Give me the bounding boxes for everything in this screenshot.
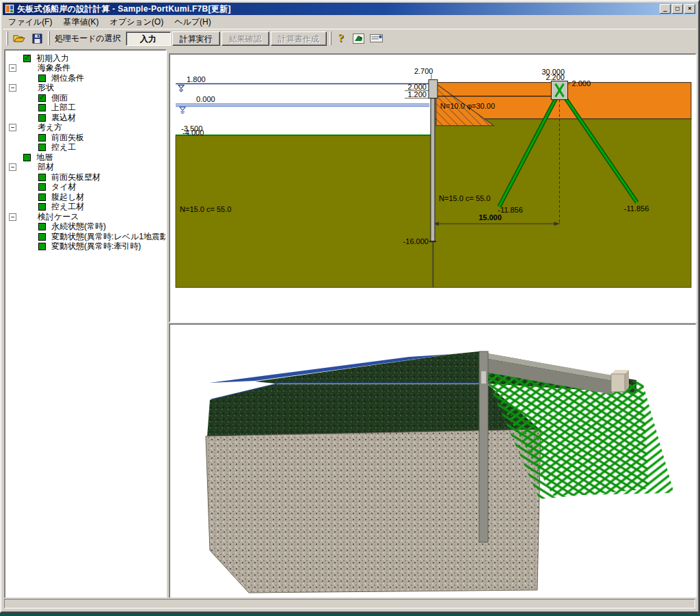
tree-item-front-sheet-pile[interactable]: 前面矢板	[7, 133, 165, 143]
water-level-icon	[178, 85, 184, 92]
app-icon[interactable]	[5, 4, 14, 14]
tree-item-tie-material[interactable]: タイ材	[7, 183, 165, 193]
app-window: 矢板式係船岸の設計計算 - Sample-PortKumi.F7B[更新] _ …	[0, 0, 700, 613]
seabed-surface-top	[255, 351, 487, 384]
input-mode-button[interactable]: 入力	[126, 31, 171, 46]
green-square-icon[interactable]	[38, 104, 46, 111]
green-square-icon[interactable]	[23, 154, 31, 161]
open-folder-icon	[12, 33, 26, 44]
collapse-icon[interactable]: −	[9, 84, 16, 92]
navigation-tree-panel: 初期入力 −海象条件 潮位条件 −形状 側面 上部工 裏込材 −考え方 前面矢板…	[4, 49, 167, 599]
checked-checkbox-icon[interactable]	[23, 55, 31, 62]
tree-item-sea-conditions[interactable]: −海象条件	[7, 64, 165, 74]
soil-block-front	[206, 429, 541, 593]
close-button[interactable]: ×	[684, 4, 695, 14]
tree-item-soil-layers[interactable]: 地層	[7, 152, 165, 163]
green-square-icon[interactable]	[38, 75, 46, 82]
water-level-icon	[180, 107, 185, 113]
statusbar	[3, 598, 697, 610]
label-wall-tip: -16.000	[403, 237, 429, 245]
status-message	[4, 599, 695, 608]
beam-endcap-front	[611, 374, 625, 392]
maximize-button[interactable]: □	[672, 4, 683, 14]
run-calculation-button[interactable]: 計算実行	[172, 31, 220, 46]
help-button[interactable]: ?	[333, 31, 349, 46]
tree-item-front-wall-material[interactable]: 前面矢板壁材	[7, 172, 165, 183]
label-backfill: N=10.0 φ=30.00	[440, 102, 495, 110]
label-anchor-top: 2.000	[572, 79, 591, 88]
navigation-tree: 初期入力 −海象条件 潮位条件 −形状 側面 上部工 裏込材 −考え方 前面矢板…	[5, 51, 165, 252]
label-seabed2: -4.000	[183, 129, 204, 137]
soil-right	[433, 119, 691, 288]
label-soil-left: N=15.0 c= 55.0	[180, 205, 231, 213]
label-anchor-width: 2.200	[546, 73, 565, 81]
floppy-disk-icon	[32, 34, 42, 44]
tree-item-side-view[interactable]: 側面	[7, 93, 165, 103]
menu-file[interactable]: ファイル(F)	[3, 15, 57, 29]
menubar: ファイル(F) 基準値(K) オプション(O) ヘルプ(H)	[3, 16, 697, 28]
report-view-icon	[370, 34, 383, 43]
tree-item-backfill[interactable]: 裏込材	[7, 113, 165, 123]
tree-item-superstructure[interactable]: 上部工	[7, 103, 165, 113]
green-square-icon[interactable]	[38, 134, 46, 142]
view-3d-panel	[169, 323, 697, 600]
toolbar: 処理モードの選択 入力 計算実行 結果確認 計算書作成 ?	[3, 29, 697, 47]
mode-select-label: 処理モードの選択	[51, 33, 125, 44]
label-hwl: 1.800	[187, 75, 206, 83]
green-square-icon[interactable]	[38, 114, 46, 122]
label-tie-length: 15.000	[479, 213, 502, 222]
cross-section-drawing: 1.800 0.000 -3.500 -4.000 N=15.0 c= 55.0…	[170, 55, 695, 321]
open-file-button[interactable]	[11, 31, 27, 46]
label-crown: 2.700	[414, 67, 433, 75]
report-view-button[interactable]	[368, 31, 385, 46]
tree-item-approach[interactable]: −考え方	[7, 123, 165, 133]
check-results-button: 結果確認	[221, 31, 269, 46]
toolbar-gripper[interactable]	[6, 31, 8, 45]
window-title: 矢板式係船岸の設計計算 - Sample-PortKumi.F7B[更新]	[17, 3, 657, 15]
tree-item-anchor-work[interactable]: 控え工	[7, 143, 165, 153]
titlebar[interactable]: 矢板式係船岸の設計計算 - Sample-PortKumi.F7B[更新] _ …	[3, 3, 697, 15]
label-soil-center: N=15.0 c= 55.0	[439, 194, 490, 202]
green-square-icon[interactable]	[38, 193, 46, 201]
label-pile-tip-left: -11.856	[498, 206, 523, 214]
coping-block	[429, 80, 438, 98]
green-square-icon[interactable]	[38, 233, 46, 241]
toolbar-gripper[interactable]	[48, 31, 50, 45]
tree-item-tide-conditions[interactable]: 潮位条件	[7, 73, 165, 83]
checked-checkbox-icon[interactable]	[38, 94, 46, 102]
menu-options[interactable]: オプション(O)	[104, 15, 169, 29]
green-square-icon[interactable]	[38, 183, 46, 191]
label-lwl: 0.000	[196, 95, 215, 103]
view-3d-button[interactable]	[351, 31, 367, 46]
tree-item-shape[interactable]: −形状	[7, 83, 165, 94]
collapse-icon[interactable]: −	[9, 213, 16, 221]
collapse-icon[interactable]: −	[9, 64, 16, 72]
seabed-surface-main	[207, 384, 541, 437]
save-button[interactable]	[29, 31, 45, 46]
green-square-icon[interactable]	[38, 203, 46, 211]
label-coping-bottom: 1.200	[407, 90, 427, 98]
collapse-icon[interactable]: −	[9, 163, 16, 171]
menu-standards[interactable]: 基準値(K)	[57, 15, 104, 29]
menu-help[interactable]: ヘルプ(H)	[169, 15, 217, 29]
green-square-icon[interactable]	[38, 174, 46, 181]
green-square-icon[interactable]	[38, 243, 46, 250]
green-square-icon[interactable]	[38, 223, 46, 230]
model-3d-view	[170, 325, 695, 598]
tree-item-waling-material[interactable]: 腹起し材	[7, 192, 165, 202]
tree-item-anchor-material[interactable]: 控え工材	[7, 202, 165, 213]
green-square-icon[interactable]	[38, 144, 46, 151]
client-area: 初期入力 −海象条件 潮位条件 −形状 側面 上部工 裏込材 −考え方 前面矢板…	[3, 47, 697, 596]
tree-item-variable-state-traction[interactable]: 変動状態(異常時:牽引時)	[7, 242, 165, 252]
view-3d-icon	[353, 34, 364, 44]
sheet-pile-wall	[431, 98, 435, 242]
label-pile-tip-right: -11.856	[624, 204, 649, 213]
desktop: 矢板式係船岸の設計計算 - Sample-PortKumi.F7B[更新] _ …	[0, 0, 700, 616]
create-report-button: 計算書作成	[271, 31, 327, 46]
minimize-button[interactable]: _	[660, 4, 671, 14]
help-icon: ?	[338, 32, 344, 44]
wall-coping-mark	[481, 371, 486, 384]
tree-item-initial-input[interactable]: 初期入力	[7, 53, 165, 64]
collapse-icon[interactable]: −	[9, 124, 16, 131]
toolbar-gripper[interactable]	[329, 31, 332, 45]
